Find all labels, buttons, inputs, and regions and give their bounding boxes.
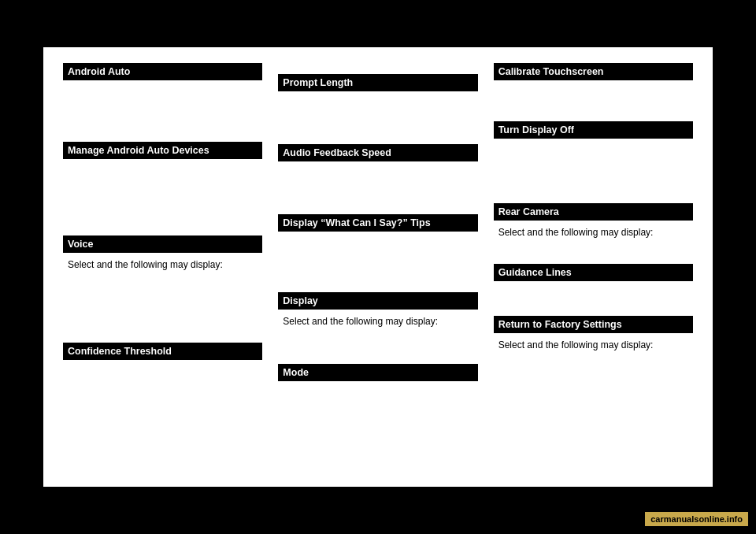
audio-feedback-block: Audio Feedback Speed — [278, 144, 477, 165]
confidence-block: Confidence Threshold — [63, 343, 262, 363]
voice-desc: Select and the following may display: — [63, 256, 262, 274]
content-area: Android Auto Manage Android Auto Devices… — [43, 47, 713, 487]
spacer-2c — [278, 179, 477, 214]
display-block: Display Select and the following may dis… — [278, 292, 477, 334]
turn-display-off-header: Turn Display Off — [494, 121, 693, 139]
mode-header: Mode — [278, 364, 477, 381]
display-tips-block: Display “What Can I Say?” Tips — [278, 214, 477, 235]
turn-display-off-block: Turn Display Off — [494, 121, 693, 142]
column-2: Prompt Length Audio Feedback Speed Displ… — [270, 63, 485, 471]
prompt-length-block: Prompt Length — [278, 74, 477, 95]
display-header: Display — [278, 292, 477, 310]
spacer-2b — [278, 109, 477, 144]
spacer-1c — [63, 176, 262, 235]
mode-block: Mode — [278, 364, 477, 384]
watermark: carmanualsonline.info — [645, 512, 748, 526]
android-auto-block: Android Auto — [63, 63, 262, 83]
columns-container: Android Auto Manage Android Auto Devices… — [63, 63, 693, 471]
spacer-2d — [278, 249, 477, 292]
column-3: Calibrate Touchscreen Turn Display Off R… — [486, 63, 693, 471]
spacer-1a — [63, 98, 262, 120]
calibrate-block: Calibrate Touchscreen — [494, 63, 693, 83]
voice-block: Voice Select and the following may displ… — [63, 235, 262, 277]
calibrate-header: Calibrate Touchscreen — [494, 63, 693, 80]
return-factory-block: Return to Factory Settings Select and th… — [494, 316, 693, 358]
page: Android Auto Manage Android Auto Devices… — [0, 0, 756, 534]
spacer-1b — [63, 120, 262, 142]
display-tips-header: Display “What Can I Say?” Tips — [278, 214, 477, 232]
manage-android-block: Manage Android Auto Devices — [63, 142, 262, 162]
rear-camera-header: Rear Camera — [494, 203, 693, 221]
spacer-2e — [278, 348, 477, 364]
manage-android-header: Manage Android Auto Devices — [63, 142, 262, 159]
spacer-1d — [63, 291, 262, 343]
spacer-3a — [494, 98, 693, 121]
column-1: Android Auto Manage Android Auto Devices… — [63, 63, 270, 471]
return-factory-desc: Select and the following may display: — [494, 336, 693, 354]
spacer-3d — [494, 299, 693, 316]
prompt-length-header: Prompt Length — [278, 74, 477, 91]
audio-feedback-header: Audio Feedback Speed — [278, 144, 477, 161]
spacer-2a — [278, 63, 477, 74]
guidance-lines-header: Guidance Lines — [494, 264, 693, 281]
android-auto-header: Android Auto — [63, 63, 262, 80]
voice-header: Voice — [63, 235, 262, 253]
confidence-header: Confidence Threshold — [63, 343, 262, 360]
rear-camera-block: Rear Camera Select and the following may… — [494, 203, 693, 245]
return-factory-header: Return to Factory Settings — [494, 316, 693, 333]
rear-camera-desc: Select and the following may display: — [494, 224, 693, 242]
spacer-3b — [494, 156, 693, 203]
display-desc: Select and the following may display: — [278, 313, 477, 331]
guidance-lines-block: Guidance Lines — [494, 264, 693, 284]
